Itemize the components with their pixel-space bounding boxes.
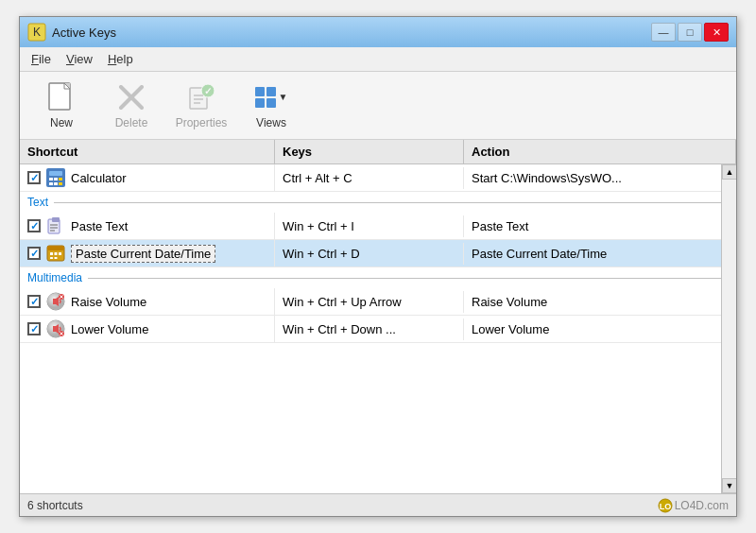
action-value: Raise Volume [472,295,547,309]
row-checkbox[interactable] [27,171,41,184]
group-header-multimedia: Multimedia [20,267,736,288]
keys-value: Win + Ctrl + Up Arrow [283,295,402,309]
group-separator [54,202,729,203]
row-checkbox[interactable] [27,295,41,308]
new-label: New [50,116,73,129]
svg-rect-13 [49,178,53,181]
svg-rect-12 [49,171,62,176]
menu-help[interactable]: Help [100,49,141,69]
action-cell: Start C:\Windows\SysWO... [464,167,736,189]
action-cell: Paste Current Date/Time [464,243,736,265]
scrollbar[interactable]: ▲ ▼ [721,164,736,493]
svg-rect-17 [54,182,58,185]
shortcut-cell: Calculator [20,164,275,191]
shortcut-name: Lower Volume [71,322,148,336]
properties-icon: ✓ [186,82,216,112]
table-row[interactable]: Lower Volume Win + Ctrl + Down ... Lower… [20,316,736,343]
menu-view[interactable]: View [59,49,100,69]
col-shortcut: Shortcut [20,140,275,163]
app-icon: K [27,23,46,42]
keys-cell: Win + Ctrl + I [275,215,464,237]
shortcut-name: Paste Current Date/Time [71,245,215,263]
svg-rect-27 [55,252,58,255]
shortcut-name: Calculator [71,171,127,185]
row-checkbox[interactable] [27,219,41,232]
views-icon: ▼ [256,82,286,112]
svg-rect-26 [50,252,53,255]
table-row[interactable]: Paste Current Date/Time Win + Ctrl + D P… [20,240,736,267]
svg-text:✓: ✓ [204,86,212,96]
svg-rect-30 [55,257,58,259]
maximize-button[interactable]: □ [678,23,702,42]
views-button[interactable]: ▼ Views [237,77,305,134]
svg-rect-15 [59,178,62,181]
new-icon [46,82,77,112]
window-title: Active Keys [52,26,116,40]
shortcut-name: Raise Volume [71,295,146,309]
svg-rect-25 [47,246,64,250]
action-value: Paste Text [472,219,528,233]
delete-icon [116,82,146,112]
title-bar-left: K Active Keys [27,23,116,42]
scroll-down-arrow[interactable]: ▼ [722,478,736,493]
keys-cell: Win + Ctrl + D [275,243,464,265]
svg-rect-29 [50,257,53,259]
action-cell: Lower Volume [464,318,736,340]
shortcut-cell: Paste Text [20,213,275,239]
action-value: Lower Volume [472,322,549,336]
shortcut-cell: Lower Volume [20,316,275,342]
table-row[interactable]: Raise Volume Win + Ctrl + Up Arrow Raise… [20,288,736,316]
svg-rect-14 [54,178,58,181]
keys-value: Ctrl + Alt + C [283,171,352,185]
paste-text-icon [46,216,65,235]
content-area: Shortcut Keys Action [20,140,736,493]
watermark: LO LO4D.com [658,498,729,513]
volume-up-icon [46,292,65,311]
svg-rect-20 [52,217,60,222]
row-checkbox[interactable] [27,247,41,260]
group-label: Text [27,196,48,209]
scroll-up-arrow[interactable]: ▲ [722,164,736,180]
main-window: K Active Keys — □ ✕ File View Help [19,16,737,517]
keys-value: Win + Ctrl + Down ... [283,322,396,336]
table-body: Calculator Ctrl + Alt + C Start C:\Windo… [20,164,736,493]
delete-label: Delete [115,116,148,129]
shortcuts-count: 6 shortcuts [27,499,83,512]
action-cell: Paste Text [464,215,736,237]
status-bar: 6 shortcuts LO LO4D.com [20,493,736,516]
keys-value: Win + Ctrl + D [283,247,360,261]
table-row[interactable]: Calculator Ctrl + Alt + C Start C:\Windo… [20,164,736,192]
datetime-icon [46,244,65,263]
new-button[interactable]: New [27,77,95,134]
svg-rect-18 [59,182,62,185]
delete-button[interactable]: Delete [97,77,165,134]
volume-down-icon [46,319,65,338]
properties-label: Properties [176,116,228,129]
action-value: Paste Current Date/Time [472,247,607,261]
minimize-button[interactable]: — [651,23,676,42]
group-separator [88,278,729,279]
shortcut-name: Paste Text [71,219,128,233]
keys-cell: Win + Ctrl + Up Arrow [275,291,464,313]
group-label: Multimedia [27,271,82,284]
table-row[interactable]: Paste Text Win + Ctrl + I Paste Text [20,213,736,240]
watermark-text: LO4D.com [675,499,729,512]
views-label: Views [256,116,286,129]
svg-rect-28 [59,252,61,255]
keys-cell: Win + Ctrl + Down ... [275,318,464,340]
menu-file[interactable]: File [24,49,59,69]
col-action: Action [464,140,736,163]
row-checkbox[interactable] [27,322,41,335]
keys-value: Win + Ctrl + I [283,219,354,233]
group-header-text: Text [20,192,736,213]
svg-text:LO: LO [659,502,671,511]
action-value: Start C:\Windows\SysWO... [472,171,622,185]
table-header: Shortcut Keys Action [20,140,736,164]
col-keys: Keys [275,140,464,163]
properties-button[interactable]: ✓ Properties [167,77,235,134]
shortcut-cell: Paste Current Date/Time [20,240,275,266]
title-bar-buttons: — □ ✕ [651,23,729,42]
menu-bar: File View Help [20,47,736,72]
svg-rect-16 [49,182,53,185]
close-button[interactable]: ✕ [704,23,729,42]
